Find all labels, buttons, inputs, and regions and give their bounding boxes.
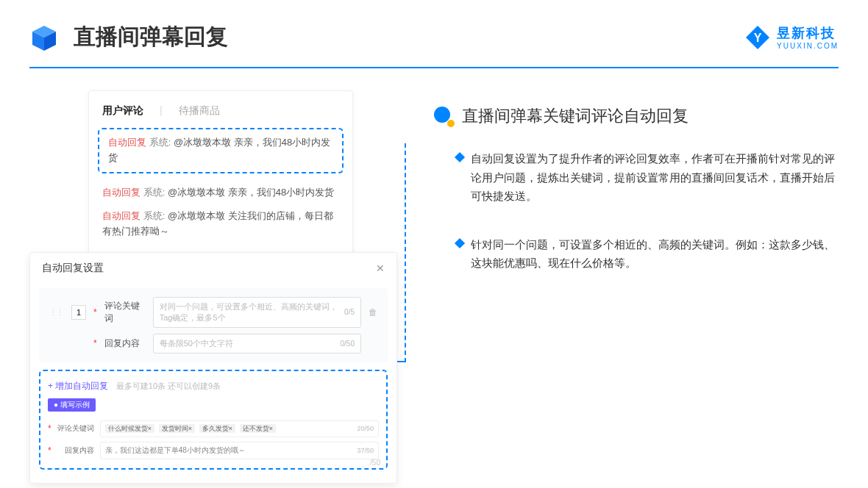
header-left: 直播间弹幕回复	[29, 22, 228, 52]
add-auto-reply-link[interactable]: + 增加自动回复	[48, 381, 108, 391]
ex-content-counter: 37/50	[357, 447, 374, 454]
example-content-row: * 回复内容 亲，我们这边都是下单48小时内发货的哦～ 37/50	[48, 442, 379, 459]
ex-keyword-input: 什么时候发货× 发货时间× 多久发货× 还不发货× 20/50	[100, 420, 379, 437]
comment-msg: @冰墩墩本墩 亲亲，我们48小时内发货	[168, 187, 334, 198]
form-group: ⋮⋮ 1 * 评论关键词 对同一个问题，可设置多个相近、高频的关键词，Tag确定…	[39, 288, 388, 362]
required-dot: *	[48, 423, 51, 434]
cube-icon	[29, 23, 59, 52]
section-title-row: 直播间弹幕关键词评论自动回复	[434, 105, 839, 127]
float-counter: /50	[370, 459, 380, 467]
svg-text:Y: Y	[754, 32, 762, 44]
diamond-icon	[455, 237, 465, 248]
content-placeholder: 每条限50个中文字符	[160, 338, 233, 349]
example-keyword-row: * 评论关键词 什么时候发货× 发货时间× 多久发货× 还不发货× 20/50	[48, 420, 379, 437]
left-column: 用户评论 | 待播商品 自动回复 系统: @冰墩墩本墩 亲亲，我们48小时内发货…	[29, 90, 412, 484]
tab-separator: |	[160, 104, 163, 118]
auto-reply-tag: 自动回复	[102, 210, 140, 221]
index-box: 1	[71, 305, 86, 320]
highlighted-comment: 自动回复 系统: @冰墩墩本墩 亲亲，我们48小时内发货	[98, 128, 344, 173]
keyword-placeholder: 对同一个问题，可设置多个相近、高频的关键词，Tag确定，最多5个	[160, 301, 344, 323]
bullet-text: 自动回复设置为了提升作者的评论回复效率，作者可在开播前针对常见的评论用户问题，提…	[471, 149, 839, 206]
required-dot: *	[93, 338, 97, 348]
add-hint: 最多可建10条 还可以创建9条	[116, 381, 221, 390]
keyword-counter: 0/5	[344, 308, 355, 316]
tag-chip: 发货时间×	[159, 424, 195, 433]
ex-content-value: 亲，我们这边都是下单48小时内发货的哦～	[105, 445, 246, 456]
ex-content-input: 亲，我们这边都是下单48小时内发货的哦～ 37/50	[100, 442, 379, 459]
keyword-label: 评论关键词	[104, 300, 146, 325]
brand-text: 昱新科技 YUUXIN.COM	[777, 24, 839, 50]
modal-title: 自动回复设置	[42, 262, 104, 275]
tab-products[interactable]: 待播商品	[179, 104, 220, 118]
content-label: 回复内容	[104, 337, 146, 350]
ex-keyword-counter: 20/50	[357, 425, 374, 432]
keyword-input[interactable]: 对同一个问题，可设置多个相近、高频的关键词，Tag确定，最多5个 0/5	[153, 297, 361, 328]
content-input[interactable]: 每条限50个中文字符 0/50	[153, 334, 361, 354]
bullet-item: 自动回复设置为了提升作者的评论回复效率，作者可在开播前针对常见的评论用户问题，提…	[456, 149, 839, 206]
connector-line	[405, 143, 406, 362]
add-row: + 增加自动回复 最多可建10条 还可以创建9条	[48, 378, 379, 392]
system-label: 系统:	[143, 210, 166, 221]
page-title: 直播间弹幕回复	[74, 22, 228, 52]
section-title: 直播间弹幕关键词评论自动回复	[462, 105, 689, 127]
content: 用户评论 | 待播商品 自动回复 系统: @冰墩墩本墩 亲亲，我们48小时内发货…	[0, 68, 868, 488]
brand: Y 昱新科技 YUUXIN.COM	[744, 24, 839, 51]
settings-modal: 自动回复设置 ✕ ⋮⋮ 1 * 评论关键词 对同一个问题，可设置多个相近、高频的…	[29, 252, 397, 484]
tab-user-comments[interactable]: 用户评论	[102, 104, 143, 118]
system-label: 系统:	[149, 137, 171, 148]
brand-logo-icon: Y	[744, 24, 771, 51]
required-dot: *	[93, 307, 97, 317]
diamond-icon	[455, 152, 465, 162]
connector-line	[397, 361, 406, 362]
content-counter: 0/50	[341, 340, 355, 348]
keyword-row: ⋮⋮ 1 * 评论关键词 对同一个问题，可设置多个相近、高频的关键词，Tag确定…	[49, 297, 377, 328]
tabs: 用户评论 | 待播商品	[89, 104, 352, 128]
drag-handle-icon[interactable]: ⋮⋮	[49, 308, 64, 316]
bullet-item: 针对同一个问题，可设置多个相近的、高频的关键词。例如：这款多少钱、这块能优惠吗、…	[456, 235, 839, 273]
right-column: 直播间弹幕关键词评论自动回复 自动回复设置为了提升作者的评论回复效率，作者可在开…	[434, 90, 839, 484]
tag-chip: 还不发货×	[240, 424, 276, 433]
comments-panel: 用户评论 | 待播商品 自动回复 系统: @冰墩墩本墩 亲亲，我们48小时内发货…	[88, 90, 353, 258]
comment-line: 自动回复 系统: @冰墩墩本墩 亲亲，我们48小时内发货	[104, 135, 338, 166]
close-icon[interactable]: ✕	[376, 262, 385, 274]
brand-name: 昱新科技	[777, 24, 839, 42]
brand-url: YUUXIN.COM	[777, 42, 839, 50]
modal-header: 自动回复设置 ✕	[30, 253, 396, 284]
comment-line: 自动回复 系统: @冰墩墩本墩 关注我们的店铺，每日都有热门推荐呦～	[89, 204, 352, 244]
ex-keyword-label: 评论关键词	[57, 423, 94, 434]
comment-line: 自动回复 系统: @冰墩墩本墩 亲亲，我们48小时内发货	[89, 181, 352, 205]
auto-reply-tag: 自动回复	[102, 187, 140, 198]
content-row: * 回复内容 每条限50个中文字符 0/50	[49, 334, 377, 354]
example-box: + 增加自动回复 最多可建10条 还可以创建9条 ● 填写示例 * 评论关键词 …	[39, 370, 388, 470]
system-label: 系统:	[143, 187, 166, 198]
trash-icon[interactable]: 🗑	[369, 307, 377, 317]
example-badge: ● 填写示例	[48, 398, 96, 412]
required-dot: *	[48, 445, 51, 456]
header: 直播间弹幕回复 Y 昱新科技 YUUXIN.COM	[0, 0, 868, 67]
bullet-icon	[434, 107, 453, 126]
bullet-text: 针对同一个问题，可设置多个相近的、高频的关键词。例如：这款多少钱、这块能优惠吗、…	[471, 235, 839, 273]
ex-tags: 什么时候发货× 发货时间× 多久发货× 还不发货×	[105, 424, 278, 434]
auto-reply-tag: 自动回复	[108, 137, 146, 148]
tag-chip: 什么时候发货×	[105, 424, 154, 433]
tag-chip: 多久发货×	[199, 424, 235, 433]
ex-content-label: 回复内容	[57, 445, 94, 456]
